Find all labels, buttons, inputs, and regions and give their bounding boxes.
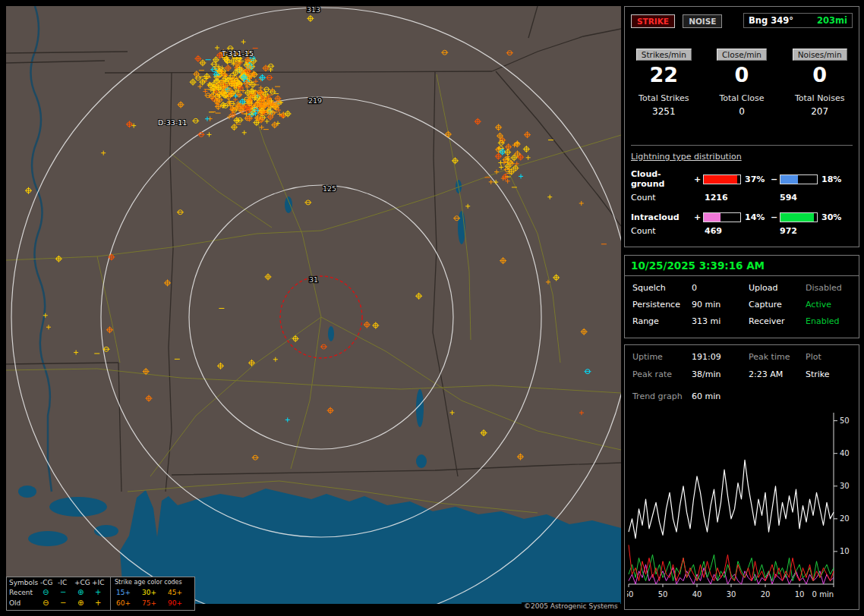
stats-row: Uptime 191:09 Peak time Plot: [625, 352, 859, 362]
plot-label: Plot: [806, 352, 821, 362]
peak-time-value: 2:23 AM: [749, 369, 806, 379]
strikes-per-min-button[interactable]: Strikes/min: [636, 49, 692, 61]
ic-plus-bar: [703, 212, 741, 222]
range-label-125: 125: [323, 184, 336, 193]
minus-sign: −: [770, 212, 778, 222]
legend-col-pcg: +CG: [74, 579, 90, 586]
capture-status: Active: [806, 300, 831, 310]
datetime-display: 10/25/2025 3:39:16 AM: [625, 256, 859, 276]
nexstorm-window: { "window": { "copyright": "©2005 Astrog…: [0, 0, 864, 616]
peak-rate-label: Peak rate: [632, 369, 692, 379]
legend-old-label: Old: [9, 599, 20, 607]
total-strikes-label: Total Strikes: [625, 93, 703, 103]
close-per-min-button[interactable]: Close/min: [717, 49, 767, 61]
trend-x-label: 40: [692, 590, 702, 599]
strike-mode-button[interactable]: STRIKE: [631, 14, 675, 28]
persistence-value: 90 min: [692, 300, 749, 310]
trend-x-label: 60: [627, 590, 633, 599]
cg-minus-percent: 18%: [819, 174, 847, 184]
trend-x-label: 0 min: [812, 590, 834, 599]
status-row: Range 313 mi Receiver Enabled: [625, 316, 859, 326]
noises-per-min-value: 0: [780, 63, 859, 86]
legend-symbols-title: Symbols: [9, 579, 38, 586]
range-label-313: 313: [307, 6, 320, 14]
intracloud-row: Intracloud + 14% − 30%: [631, 212, 853, 222]
squelch-label: Squelch: [632, 283, 692, 293]
cloud-ground-label: Cloud-ground: [631, 169, 693, 189]
old-nic-icon: −: [60, 599, 66, 607]
age-60: 60+: [116, 599, 131, 607]
trend-x-label: 10: [795, 590, 805, 599]
plus-sign: +: [693, 174, 702, 184]
bearing-value: Bng 349°: [749, 15, 793, 26]
upload-status: Disabled: [806, 283, 842, 293]
trend-line-cg_strike_rate: [629, 545, 834, 580]
storm-track-label: D-33-11: [158, 118, 187, 127]
total-strikes-value: 3251: [625, 106, 703, 117]
receiver-label: Receiver: [749, 316, 806, 326]
recent-ncg-icon: ⊖: [43, 589, 49, 596]
close-per-min-value: 0: [703, 63, 781, 86]
age-15: 15+: [116, 589, 131, 596]
uptime-label: Uptime: [632, 352, 692, 362]
age-30: 30+: [142, 589, 156, 596]
cloud-ground-counts: Count 1216 594: [631, 193, 853, 203]
age-75: 75+: [142, 599, 156, 607]
noises-per-min-button[interactable]: Noises/min: [793, 49, 847, 61]
legend-col-ncg: -CG: [40, 579, 53, 586]
total-noises-value: 207: [780, 106, 859, 117]
cg-plus-bar-fill: [704, 175, 737, 184]
total-close-label: Total Close: [703, 93, 781, 103]
recent-nic-icon: −: [60, 589, 66, 596]
bearing-distance: 203mi: [817, 15, 847, 26]
capture-label: Capture: [749, 300, 806, 310]
range-label: Range: [632, 316, 692, 326]
plot-type-value: Strike: [806, 369, 830, 379]
rate-counters: Strikes/min 22 Total Strikes 3251 Close/…: [625, 46, 859, 117]
noise-mode-button[interactable]: NOISE: [683, 14, 722, 28]
ic-plus-count: 469: [705, 226, 722, 236]
status-row: Squelch 0 Upload Disabled: [625, 283, 859, 293]
ic-plus-bar-fill: [704, 213, 721, 222]
age-codes-title: Strike age color codes: [115, 579, 182, 586]
persistence-label: Persistence: [632, 300, 692, 310]
range-label-31: 31: [309, 275, 318, 284]
upload-label: Upload: [749, 283, 806, 293]
peak-time-label: Peak time: [749, 352, 806, 362]
trend-y-label: 40: [840, 449, 850, 457]
trend-y-label: 50: [840, 416, 850, 425]
display-mode-toolbar: STRIKE NOISE Bng 349° 203mi: [631, 13, 853, 28]
peak-rate-value: 38/min: [692, 369, 749, 379]
status-box: 10/25/2025 3:39:16 AM Squelch 0 Upload D…: [624, 255, 859, 338]
cg-minus-bar-fill: [780, 175, 798, 184]
lightning-map[interactable]: 313 219 125 31 T-311-15 D-33-11: [6, 6, 621, 604]
trend-graph-span: 60 min: [692, 391, 749, 401]
cg-plus-count: 1216: [705, 193, 728, 203]
ic-minus-bar: [780, 212, 818, 222]
age-90: 90+: [168, 599, 182, 607]
range-value: 313 mi: [692, 316, 749, 326]
trend-box: Uptime 191:09 Peak time Plot Peak rate 3…: [624, 344, 859, 610]
map-canvas: 313 219 125 31 T-311-15 D-33-11: [6, 6, 621, 604]
trend-line-strikes_per_min: [629, 460, 834, 538]
ic-minus-percent: 30%: [819, 212, 847, 222]
strikes-per-min-column: Strikes/min 22 Total Strikes 3251: [625, 46, 703, 117]
count-label: Count: [631, 226, 656, 236]
trend-x-label: 50: [658, 590, 668, 599]
total-close-value: 0: [703, 106, 781, 117]
ic-minus-bar-fill: [780, 213, 814, 222]
trend-x-label: 30: [727, 590, 736, 599]
trend-y-label: 20: [840, 514, 850, 523]
legend-col-pic: +IC: [92, 579, 104, 586]
old-ncg-icon: ⊖: [43, 599, 49, 607]
bearing-readout: Bng 349° 203mi: [743, 13, 853, 28]
stats-row: Trend graph 60 min: [625, 391, 859, 401]
legend-recent-label: Recent: [9, 589, 33, 596]
trend-graph-canvas: 50403020106050403020100 min: [627, 410, 856, 605]
total-noises-label: Total Noises: [780, 93, 859, 103]
cg-minus-count: 594: [780, 193, 797, 203]
old-pcg-icon: ⊕: [77, 599, 84, 607]
recent-pic-icon: +: [95, 589, 101, 596]
range-label-219: 219: [308, 96, 322, 105]
uptime-value: 191:09: [692, 352, 749, 362]
